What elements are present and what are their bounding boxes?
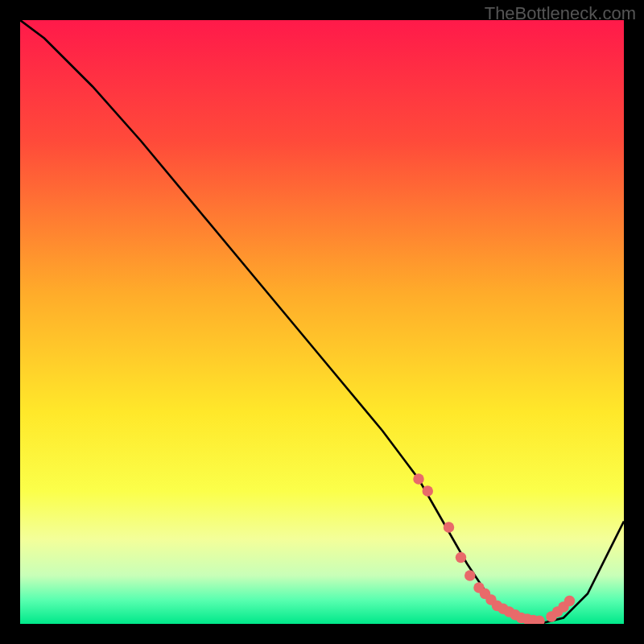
marker-point — [464, 570, 476, 581]
marker-point — [444, 522, 455, 533]
marker-point — [423, 485, 434, 497]
marker-point — [413, 473, 424, 485]
watermark-text: TheBottleneck.com — [485, 3, 636, 24]
bottleneck-curve-path — [20, 20, 624, 624]
marker-point — [564, 596, 576, 607]
marker-group — [413, 473, 575, 624]
marker-point — [456, 552, 467, 564]
chart-svg — [20, 20, 624, 624]
plot-area — [20, 20, 624, 624]
